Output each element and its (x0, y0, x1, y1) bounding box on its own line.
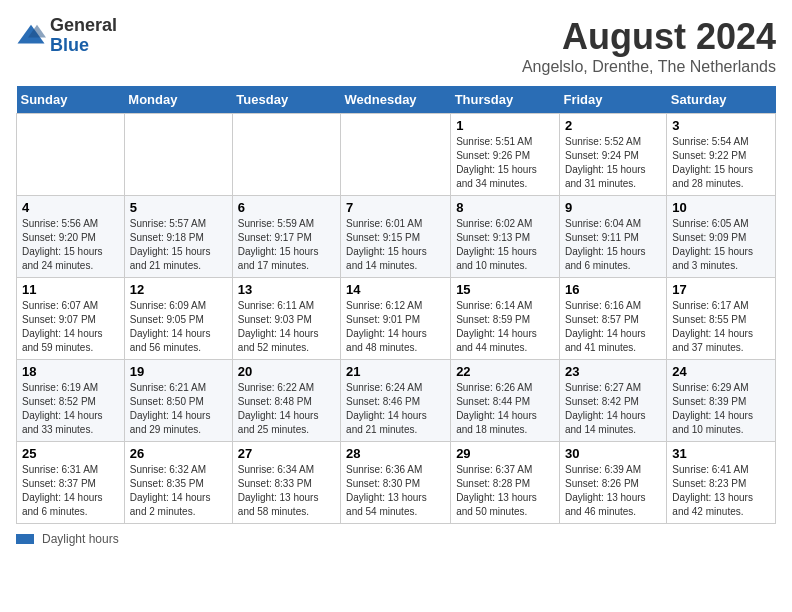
title-area: August 2024 Angelslo, Drenthe, The Nethe… (522, 16, 776, 76)
day-number: 8 (456, 200, 554, 215)
day-cell: 20Sunrise: 6:22 AM Sunset: 8:48 PM Dayli… (232, 360, 340, 442)
weekday-header-thursday: Thursday (451, 86, 560, 114)
day-cell: 11Sunrise: 6:07 AM Sunset: 9:07 PM Dayli… (17, 278, 125, 360)
day-number: 19 (130, 364, 227, 379)
day-info: Sunrise: 6:32 AM Sunset: 8:35 PM Dayligh… (130, 463, 227, 519)
day-number: 7 (346, 200, 445, 215)
day-cell: 15Sunrise: 6:14 AM Sunset: 8:59 PM Dayli… (451, 278, 560, 360)
day-info: Sunrise: 5:51 AM Sunset: 9:26 PM Dayligh… (456, 135, 554, 191)
day-cell: 7Sunrise: 6:01 AM Sunset: 9:15 PM Daylig… (341, 196, 451, 278)
day-number: 21 (346, 364, 445, 379)
day-cell: 31Sunrise: 6:41 AM Sunset: 8:23 PM Dayli… (667, 442, 776, 524)
day-info: Sunrise: 5:59 AM Sunset: 9:17 PM Dayligh… (238, 217, 335, 273)
day-number: 25 (22, 446, 119, 461)
day-number: 14 (346, 282, 445, 297)
day-number: 6 (238, 200, 335, 215)
day-info: Sunrise: 6:26 AM Sunset: 8:44 PM Dayligh… (456, 381, 554, 437)
day-cell: 24Sunrise: 6:29 AM Sunset: 8:39 PM Dayli… (667, 360, 776, 442)
day-cell: 1Sunrise: 5:51 AM Sunset: 9:26 PM Daylig… (451, 114, 560, 196)
day-number: 3 (672, 118, 770, 133)
weekday-header-sunday: Sunday (17, 86, 125, 114)
day-info: Sunrise: 6:31 AM Sunset: 8:37 PM Dayligh… (22, 463, 119, 519)
calendar-table: SundayMondayTuesdayWednesdayThursdayFrid… (16, 86, 776, 524)
day-info: Sunrise: 6:37 AM Sunset: 8:28 PM Dayligh… (456, 463, 554, 519)
day-cell: 2Sunrise: 5:52 AM Sunset: 9:24 PM Daylig… (559, 114, 666, 196)
day-info: Sunrise: 6:05 AM Sunset: 9:09 PM Dayligh… (672, 217, 770, 273)
day-cell (341, 114, 451, 196)
day-number: 28 (346, 446, 445, 461)
day-cell: 19Sunrise: 6:21 AM Sunset: 8:50 PM Dayli… (124, 360, 232, 442)
day-cell: 4Sunrise: 5:56 AM Sunset: 9:20 PM Daylig… (17, 196, 125, 278)
day-number: 15 (456, 282, 554, 297)
footer-legend: Daylight hours (16, 532, 776, 546)
weekday-header-wednesday: Wednesday (341, 86, 451, 114)
day-number: 22 (456, 364, 554, 379)
day-info: Sunrise: 6:36 AM Sunset: 8:30 PM Dayligh… (346, 463, 445, 519)
day-info: Sunrise: 6:39 AM Sunset: 8:26 PM Dayligh… (565, 463, 661, 519)
day-info: Sunrise: 6:17 AM Sunset: 8:55 PM Dayligh… (672, 299, 770, 355)
week-row-3: 11Sunrise: 6:07 AM Sunset: 9:07 PM Dayli… (17, 278, 776, 360)
day-number: 29 (456, 446, 554, 461)
weekday-header-row: SundayMondayTuesdayWednesdayThursdayFrid… (17, 86, 776, 114)
day-number: 4 (22, 200, 119, 215)
day-info: Sunrise: 6:16 AM Sunset: 8:57 PM Dayligh… (565, 299, 661, 355)
day-cell: 5Sunrise: 5:57 AM Sunset: 9:18 PM Daylig… (124, 196, 232, 278)
day-number: 12 (130, 282, 227, 297)
day-info: Sunrise: 6:04 AM Sunset: 9:11 PM Dayligh… (565, 217, 661, 273)
day-cell: 14Sunrise: 6:12 AM Sunset: 9:01 PM Dayli… (341, 278, 451, 360)
day-cell: 8Sunrise: 6:02 AM Sunset: 9:13 PM Daylig… (451, 196, 560, 278)
logo-text: General Blue (50, 16, 117, 56)
day-number: 20 (238, 364, 335, 379)
day-number: 27 (238, 446, 335, 461)
day-cell: 10Sunrise: 6:05 AM Sunset: 9:09 PM Dayli… (667, 196, 776, 278)
day-info: Sunrise: 6:34 AM Sunset: 8:33 PM Dayligh… (238, 463, 335, 519)
day-number: 16 (565, 282, 661, 297)
day-info: Sunrise: 6:01 AM Sunset: 9:15 PM Dayligh… (346, 217, 445, 273)
location-subtitle: Angelslo, Drenthe, The Netherlands (522, 58, 776, 76)
day-number: 26 (130, 446, 227, 461)
day-number: 10 (672, 200, 770, 215)
day-cell: 3Sunrise: 5:54 AM Sunset: 9:22 PM Daylig… (667, 114, 776, 196)
day-info: Sunrise: 6:07 AM Sunset: 9:07 PM Dayligh… (22, 299, 119, 355)
month-title: August 2024 (522, 16, 776, 58)
day-info: Sunrise: 5:52 AM Sunset: 9:24 PM Dayligh… (565, 135, 661, 191)
day-info: Sunrise: 6:22 AM Sunset: 8:48 PM Dayligh… (238, 381, 335, 437)
weekday-header-tuesday: Tuesday (232, 86, 340, 114)
legend-label: Daylight hours (42, 532, 119, 546)
week-row-5: 25Sunrise: 6:31 AM Sunset: 8:37 PM Dayli… (17, 442, 776, 524)
day-number: 30 (565, 446, 661, 461)
logo-icon (16, 21, 46, 51)
day-cell: 25Sunrise: 6:31 AM Sunset: 8:37 PM Dayli… (17, 442, 125, 524)
day-number: 13 (238, 282, 335, 297)
day-info: Sunrise: 6:19 AM Sunset: 8:52 PM Dayligh… (22, 381, 119, 437)
day-info: Sunrise: 5:57 AM Sunset: 9:18 PM Dayligh… (130, 217, 227, 273)
day-cell: 6Sunrise: 5:59 AM Sunset: 9:17 PM Daylig… (232, 196, 340, 278)
day-info: Sunrise: 6:21 AM Sunset: 8:50 PM Dayligh… (130, 381, 227, 437)
day-cell: 13Sunrise: 6:11 AM Sunset: 9:03 PM Dayli… (232, 278, 340, 360)
day-cell: 18Sunrise: 6:19 AM Sunset: 8:52 PM Dayli… (17, 360, 125, 442)
weekday-header-monday: Monday (124, 86, 232, 114)
day-cell: 9Sunrise: 6:04 AM Sunset: 9:11 PM Daylig… (559, 196, 666, 278)
day-number: 5 (130, 200, 227, 215)
day-info: Sunrise: 5:54 AM Sunset: 9:22 PM Dayligh… (672, 135, 770, 191)
day-number: 9 (565, 200, 661, 215)
page-header: General Blue August 2024 Angelslo, Drent… (16, 16, 776, 76)
day-cell: 12Sunrise: 6:09 AM Sunset: 9:05 PM Dayli… (124, 278, 232, 360)
day-info: Sunrise: 6:09 AM Sunset: 9:05 PM Dayligh… (130, 299, 227, 355)
day-cell: 17Sunrise: 6:17 AM Sunset: 8:55 PM Dayli… (667, 278, 776, 360)
day-cell: 28Sunrise: 6:36 AM Sunset: 8:30 PM Dayli… (341, 442, 451, 524)
day-info: Sunrise: 6:41 AM Sunset: 8:23 PM Dayligh… (672, 463, 770, 519)
day-cell (17, 114, 125, 196)
day-number: 11 (22, 282, 119, 297)
day-cell: 16Sunrise: 6:16 AM Sunset: 8:57 PM Dayli… (559, 278, 666, 360)
day-info: Sunrise: 6:14 AM Sunset: 8:59 PM Dayligh… (456, 299, 554, 355)
day-cell (232, 114, 340, 196)
week-row-2: 4Sunrise: 5:56 AM Sunset: 9:20 PM Daylig… (17, 196, 776, 278)
day-number: 18 (22, 364, 119, 379)
day-number: 23 (565, 364, 661, 379)
day-number: 2 (565, 118, 661, 133)
day-cell: 30Sunrise: 6:39 AM Sunset: 8:26 PM Dayli… (559, 442, 666, 524)
day-number: 1 (456, 118, 554, 133)
day-info: Sunrise: 6:11 AM Sunset: 9:03 PM Dayligh… (238, 299, 335, 355)
day-cell: 29Sunrise: 6:37 AM Sunset: 8:28 PM Dayli… (451, 442, 560, 524)
